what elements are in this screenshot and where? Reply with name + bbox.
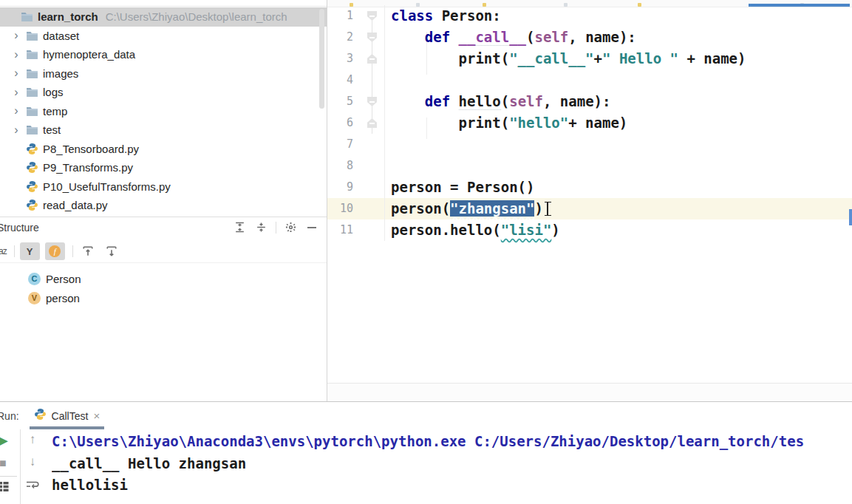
tree-item-root[interactable]: learn_torchC:\Users\Zhiyao\Desktop\learn… [0,7,327,27]
line-number: 2 [327,27,353,48]
code-editor[interactable]: 1class Person:2 def __call__(self, name)… [327,0,852,383]
code-text[interactable]: person.hello("lisi") [384,219,560,241]
line-number: 4 [327,69,353,91]
console-line: hellolisi [52,474,852,497]
chevron-right-icon[interactable]: › [12,86,21,98]
tree-item-P10_UsefulTransforms.py[interactable]: P10_UsefulTransforms.py [0,177,327,197]
autoscroll-to-source-icon[interactable] [103,242,120,260]
code-text[interactable] [384,69,391,91]
caret-scrollbar-marker[interactable] [849,209,852,225]
fold-marker-icon[interactable] [367,97,377,106]
code-line-7[interactable]: 7 [327,134,852,155]
code-token: , name): [568,29,636,45]
code-token: "hello" [509,115,568,131]
editor-bottom-strip [327,383,852,402]
code-line-9[interactable]: 9person = Person() [327,177,852,198]
scroll-from-source-icon[interactable] [79,242,97,260]
chevron-right-icon[interactable]: › [12,49,21,61]
gear-icon[interactable] [283,220,298,235]
code-line-10[interactable]: 10person("zhangsan") [327,198,852,219]
line-number: 1 [327,5,353,27]
expand-all-icon[interactable] [232,220,247,235]
code-token: person( [391,200,450,217]
fold-gutter [361,91,384,112]
fold-marker-icon[interactable] [367,118,377,128]
structure-item-label: person [46,292,80,304]
run-tab-calltest[interactable]: CallTest × [31,402,103,429]
code-token: def [425,29,450,45]
line-number: 7 [327,134,353,155]
folder-icon [21,11,33,22]
code-text[interactable]: print("hello"+ name) [384,112,627,134]
chevron-right-icon[interactable]: › [12,105,21,117]
tree-item-logs[interactable]: ›logs [0,83,327,102]
chevron-right-icon[interactable]: › [12,124,21,136]
tree-item-read_data.py[interactable]: read_data.py [0,196,327,215]
folder-icon [26,30,38,41]
tree-item-label: logs [43,86,64,98]
show-inherited-toggle[interactable]: Y [20,242,40,260]
soft-wrap-icon[interactable] [26,480,39,494]
tree-item-hymenoptera_data[interactable]: ›hymenoptera_data [0,45,327,64]
structure-item-Person[interactable]: CPerson [0,269,327,288]
code-line-2[interactable]: 2 def __call__(self, name): [327,27,852,48]
rerun-button[interactable]: ▶ [0,434,8,447]
divider [0,476,17,477]
project-tree-scrollbar[interactable] [319,9,324,109]
fold-gutter [361,5,384,27]
variable-icon: V [28,292,41,304]
text-cursor [545,202,551,216]
sort-alpha-icon[interactable]: ↓az [0,246,7,256]
collapse-all-icon[interactable] [253,220,268,235]
divider [72,245,73,257]
code-text[interactable]: print("__call__"+" Hello " + name) [384,48,746,69]
run-window-grid-icon[interactable] [0,481,9,494]
tree-item-path: C:\Users\Zhiyao\Desktop\learn_torch [106,10,287,23]
structure-item-person[interactable]: Vperson [0,288,327,307]
console-output[interactable]: C:\Users\Zhiyao\Anaconda3\envs\pytorch\p… [52,431,852,497]
line-number: 9 [327,177,353,198]
run-tab-label: CallTest [52,410,89,422]
code-line-4[interactable]: 4 [327,69,852,91]
python-file-icon [26,199,38,211]
code-area[interactable]: 1class Person:2 def __call__(self, name)… [327,5,852,241]
fold-marker-icon[interactable] [367,33,377,42]
tree-item-images[interactable]: ›images [0,64,327,84]
stop-button[interactable]: ■ [0,457,7,469]
code-text[interactable] [384,155,391,177]
fold-gutter [361,219,384,241]
code-text[interactable] [384,134,391,155]
code-token: print( [391,50,509,67]
code-line-3[interactable]: 3 print("__call__"+" Hello " + name) [327,48,852,69]
show-fields-toggle[interactable]: f [45,242,65,260]
tree-item-P8_Tensorboard.py[interactable]: P8_Tensorboard.py [0,140,327,159]
tree-item-dataset[interactable]: ›dataset [0,27,327,46]
code-line-6[interactable]: 6 print("hello"+ name) [327,112,852,134]
down-arrow-icon[interactable]: ↓ [20,454,45,469]
tree-item-label: learn_torch [38,10,98,23]
hide-panel-icon[interactable] [304,220,319,235]
code-line-1[interactable]: 1class Person: [327,5,852,27]
fold-marker-icon[interactable] [367,11,377,21]
tree-item-temp[interactable]: ›temp [0,102,327,121]
code-text[interactable]: person("zhangsan") [384,198,551,219]
code-token: ( [526,29,534,45]
chevron-right-icon[interactable]: › [12,30,21,41]
code-line-8[interactable]: 8 [327,155,852,177]
code-text[interactable]: def __call__(self, name): [384,27,636,48]
code-line-11[interactable]: 11person.hello("lisi") [327,219,852,241]
code-line-5[interactable]: 5 def hello(self, name): [327,91,852,112]
fold-marker-icon[interactable] [367,54,377,64]
code-text[interactable]: def hello(self, name): [384,91,610,112]
tree-item-P9_Transforms.py[interactable]: P9_Transforms.py [0,158,327,177]
tree-item-test[interactable]: ›test [0,120,327,140]
folder-icon [26,86,38,98]
structure-toolbar: ↓az Y f [0,237,327,263]
run-label: Run: [0,410,19,422]
code-text[interactable]: person = Person() [384,177,534,198]
close-icon[interactable]: × [93,409,100,422]
tree-item-label: temp [43,105,67,118]
up-arrow-icon[interactable]: ↑ [20,432,45,447]
chevron-right-icon[interactable]: › [12,67,21,79]
code-text[interactable]: class Person: [384,5,501,27]
